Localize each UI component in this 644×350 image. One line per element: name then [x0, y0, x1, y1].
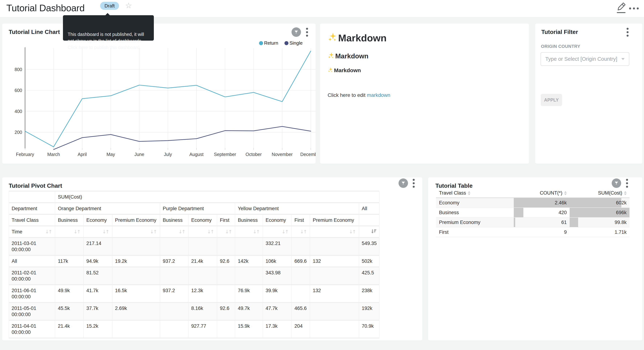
pivot-value-cell: 21.4k	[55, 320, 84, 338]
pivot-row-key: 2011-02-01 00:00:00	[9, 267, 55, 285]
pivot-value-cell: 92.6	[217, 302, 235, 320]
series-line-single[interactable]	[54, 126, 311, 150]
cell-bar	[514, 218, 515, 227]
sort-icon[interactable]: ↓↑	[150, 229, 157, 235]
pivot-value-cell	[217, 238, 235, 255]
pivot-value-cell	[310, 238, 359, 255]
sort-icon[interactable]: ↓↑	[282, 229, 289, 235]
pivot-class-header: Business	[55, 214, 84, 226]
pivot-class-header: Business	[235, 214, 263, 226]
sort-icon[interactable]: ↓↑	[74, 229, 81, 235]
count-cell: 61	[514, 218, 570, 227]
pivot-department-group-header: Orange Department	[55, 203, 160, 214]
table-row: Business420696k	[436, 208, 630, 218]
chart-kebab-menu-icon[interactable]	[412, 178, 415, 188]
sort-icon[interactable]: ↓↑	[178, 229, 186, 235]
pivot-value-cell	[160, 320, 188, 338]
table-row: Premium Economy6199.8k	[436, 218, 630, 228]
pivot-class-header: Economy	[263, 214, 292, 226]
pivot-value-cell: 937.2	[160, 285, 188, 302]
pivot-value-cell: 94.9k	[84, 255, 112, 267]
pivot-value-cell	[55, 267, 84, 285]
column-header-count[interactable]: COUNT(*)	[514, 190, 570, 196]
markdown-heading-1: Markdown	[328, 32, 521, 44]
pivot-time-label: Time	[12, 229, 22, 235]
travel-class-cell: First	[436, 228, 514, 237]
pivot-value-cell: 937.2	[160, 255, 188, 267]
pivot-sort-cell: ↓↑	[292, 226, 310, 238]
y-axis-tick-label: 200	[14, 130, 22, 135]
pivot-value-cell: 343.98	[263, 267, 292, 285]
pivot-row-key: 2011-06-01 00:00:00	[9, 285, 55, 302]
pivot-class-header: Economy	[84, 214, 112, 226]
pivot-value-cell	[292, 238, 310, 255]
filter-indicator-icon[interactable]	[398, 178, 408, 188]
pivot-class-header: Economy	[188, 214, 217, 226]
filter-kebab-menu-icon[interactable]	[626, 27, 628, 37]
pivot-value-cell: 117k	[55, 255, 84, 267]
chart-kebab-menu-icon[interactable]	[626, 178, 628, 188]
x-axis-tick-label: August	[190, 152, 204, 157]
pivot-value-cell: 142k	[235, 255, 263, 267]
cell-bar	[570, 198, 621, 208]
favorite-star-icon[interactable]: ☆	[125, 1, 132, 10]
table-header-row: Travel ClassCOUNT(*)SUM(Cost)	[436, 188, 630, 198]
sum-cell: 99.8k	[570, 218, 630, 227]
pivot-value-cell	[160, 267, 188, 285]
pencil-icon	[616, 2, 626, 11]
cell-value: 420	[558, 210, 567, 216]
sort-icon[interactable]: ↓↑	[45, 229, 52, 235]
apply-button[interactable]: APPLY	[541, 94, 562, 106]
pivot-row-key: All	[9, 255, 55, 267]
select-placeholder: Type or Select [Origin Country]	[545, 56, 621, 62]
pivot-value-cell	[112, 267, 160, 285]
y-axis-tick-label: 600	[14, 88, 22, 93]
sort-icon[interactable]: ↓↑	[253, 229, 260, 235]
line-chart-plot[interactable]: 200400600800FebruaryMarchAprilMayJuneJul…	[2, 24, 316, 164]
pivot-value-cell: 19.2k	[112, 255, 160, 267]
sort-icon[interactable]: ↓↑	[225, 229, 232, 235]
y-axis-tick-label: 400	[14, 109, 22, 114]
sort-desc-active-icon[interactable]	[371, 229, 376, 234]
pivot-row-key: 2011-05-01 00:00:00	[9, 302, 55, 320]
pivot-sort-cell: ↓↑	[84, 226, 112, 238]
sort-icon[interactable]: ↓↑	[102, 229, 110, 235]
cell-value: 9	[564, 230, 567, 235]
filter-card: Tutorial Filter ORIGIN COUNTRY Type or S…	[535, 24, 642, 164]
column-header-sum-cost[interactable]: SUM(Cost)	[570, 190, 630, 196]
draft-status-badge[interactable]: Draft	[100, 2, 119, 10]
pivot-data-row: 2011-03-01 00:00:00217.14332.21549.35	[9, 238, 379, 255]
markdown-edit-link[interactable]: markdown	[367, 92, 390, 98]
markdown-card[interactable]: Markdown Markdown Markdown Click here to…	[320, 24, 529, 164]
pivot-sort-cell: ↓↑	[310, 226, 359, 238]
filter-card-title: Tutorial Filter	[541, 29, 578, 35]
pivot-data-row: 2011-05-01 00:00:0045.5k37.7k2.69k8.16k9…	[9, 302, 379, 320]
pivot-value-cell: 12.3k	[188, 285, 217, 302]
pivot-corner-cell	[9, 191, 55, 203]
edit-dashboard-button[interactable]	[616, 2, 626, 13]
cell-value: Economy	[439, 200, 460, 206]
pivot-value-cell: 47.7k	[263, 302, 292, 320]
pivot-chart-title: Tutorial Pivot Chart	[9, 182, 62, 189]
pivot-value-cell	[188, 238, 217, 255]
markdown-heading-2: Markdown	[328, 52, 521, 60]
sort-icon[interactable]: ↓↑	[300, 229, 307, 235]
pivot-value-cell	[112, 320, 160, 338]
pivot-value-cell: 465.6	[292, 302, 310, 320]
column-header-travel-class[interactable]: Travel Class	[436, 190, 514, 196]
cell-value: 696k	[616, 210, 626, 216]
cell-value: Business	[439, 210, 459, 216]
sort-icon[interactable]: ↓↑	[349, 229, 356, 235]
filter-indicator-icon[interactable]	[612, 178, 621, 188]
origin-country-select[interactable]: Type or Select [Origin Country]	[540, 52, 629, 66]
pivot-value-cell: 238k	[359, 285, 379, 302]
ellipsis-menu-icon[interactable]	[629, 6, 641, 10]
pivot-sort-cell: ↓↑	[160, 226, 188, 238]
pivot-value-cell	[217, 285, 235, 302]
pivot-value-cell: 92.6	[217, 255, 235, 267]
pivot-travel-class-label: Travel Class	[9, 214, 55, 226]
sort-icon[interactable]: ↓↑	[207, 229, 214, 235]
pivot-department-group-header: Yellow Department	[235, 203, 359, 214]
pivot-sort-cell: ↓↑	[188, 226, 217, 238]
pivot-value-cell: 132	[310, 285, 359, 302]
